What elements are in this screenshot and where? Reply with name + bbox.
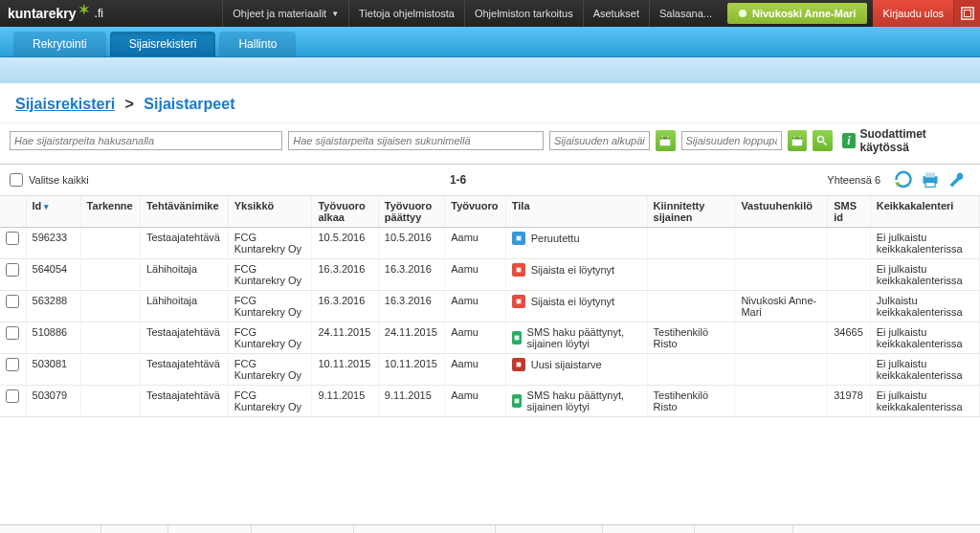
status-icon — [512, 331, 522, 344]
cell-paattyy: 10.11.2015 — [378, 354, 444, 386]
cell-vuoro: Aamu — [445, 386, 506, 417]
breadcrumb-root[interactable]: Sijaisrekisteri — [15, 96, 115, 112]
cell-vastuu — [735, 228, 828, 259]
settings-button[interactable] — [947, 170, 967, 189]
bottom-action-bar: Sijaistarpeen tiedot Kopioi Ota käsittel… — [0, 524, 980, 533]
cell-keikka: Ei julkaistu keikkakalenterissa — [870, 322, 979, 354]
subnav-strip — [0, 57, 980, 84]
cell-keikka: Julkaistu keikkakalenterissa — [870, 291, 979, 322]
chevron-down-icon: ▼ — [331, 10, 339, 18]
search-surname-input[interactable] — [288, 131, 544, 150]
col-id[interactable]: Id▾ — [26, 196, 80, 228]
table-row[interactable]: 563288LähihoitajaFCG Kuntarekry Oy16.3.2… — [0, 291, 980, 322]
print-button[interactable] — [921, 170, 940, 189]
table-row[interactable]: 596233TestaajatehtäväFCG Kuntarekry Oy10… — [0, 228, 980, 259]
col-paattyy[interactable]: Työvuoro päättyy — [378, 196, 444, 228]
menu-salasana[interactable]: Salasana... — [649, 0, 722, 27]
svg-rect-14 — [925, 173, 935, 178]
search-button[interactable] — [813, 130, 833, 151]
row-checkbox[interactable] — [6, 263, 19, 277]
col-keikka[interactable]: Keikkakalenteri — [870, 196, 979, 228]
search-row: i Suodattimet käytössä — [0, 122, 980, 165]
menu-asetukset[interactable]: Asetukset — [583, 0, 649, 27]
cell-kiinnitetty — [647, 354, 735, 386]
cell-tila: Uusi sijaistarve — [505, 354, 647, 386]
cell-paattyy: 24.11.2015 — [378, 322, 444, 354]
topbar: kuntarekry ✶ .fi Ohjeet ja materiaalit▼ … — [0, 0, 980, 27]
cell-id: 564054 — [26, 259, 80, 291]
cell-tarkenne — [80, 228, 140, 259]
table-row[interactable]: 510886TestaajatehtäväFCG Kuntarekry Oy24… — [0, 322, 980, 354]
col-alkaa[interactable]: Työvuoro alkaa — [312, 196, 378, 228]
fullscreen-button[interactable] — [953, 0, 980, 27]
status-icon — [512, 295, 525, 308]
action-muokkaa[interactable]: Muokkaa kiinnityksiä — [496, 525, 604, 533]
col-tila[interactable]: Tila — [505, 196, 647, 228]
status-icon — [512, 263, 525, 277]
cell-tehtava: Testaajatehtävä — [140, 386, 228, 417]
logout-button[interactable]: Kirjaudu ulos — [873, 0, 953, 27]
row-checkbox[interactable] — [6, 232, 19, 245]
row-checkbox[interactable] — [6, 358, 19, 371]
date-start-input[interactable] — [549, 131, 650, 150]
col-smsid[interactable]: SMS id — [828, 196, 870, 228]
row-checkbox[interactable] — [6, 326, 19, 340]
cell-tarkenne — [80, 354, 140, 386]
col-kiinnitetty[interactable]: Kiinnitetty sijainen — [647, 196, 735, 228]
svg-point-10 — [818, 137, 824, 143]
col-vastuu[interactable]: Vastuuhenkilö — [735, 196, 828, 228]
action-vapauta[interactable]: Vapauta kiinnitys — [603, 525, 695, 533]
svg-rect-17 — [516, 268, 521, 273]
refresh-icon — [894, 170, 913, 189]
action-ota[interactable]: Ota käsittelyyn — [168, 525, 252, 533]
cell-id: 503079 — [26, 386, 80, 417]
action-peruuta[interactable]: Peruuta sijaistarve — [695, 525, 793, 533]
svg-rect-18 — [516, 300, 521, 304]
svg-rect-20 — [516, 363, 521, 367]
row-checkbox[interactable] — [6, 389, 19, 403]
svg-rect-7 — [792, 137, 803, 139]
action-poista[interactable]: Poista sijaistarve — [793, 525, 884, 533]
menu-tietoja[interactable]: Tietoja ohjelmistosta — [348, 0, 464, 27]
table-row[interactable]: 503081TestaajatehtäväFCG Kuntarekry Oy10… — [0, 354, 980, 386]
tab-hallinto[interactable]: Hallinto — [219, 32, 296, 56]
logo-star-icon: ✶ — [78, 2, 90, 17]
cell-yksikko: FCG Kuntarekry Oy — [228, 259, 312, 291]
calendar-icon — [659, 135, 671, 146]
tab-sijaisrekisteri[interactable]: Sijaisrekisteri — [110, 32, 216, 56]
cell-keikka: Ei julkaistu keikkakalenterissa — [870, 386, 979, 417]
cell-tila: SMS haku päättynyt, sijainen löytyi — [505, 386, 647, 417]
user-box[interactable]: Nivukoski Anne-Mari — [727, 3, 867, 24]
action-kopioi[interactable]: Kopioi — [101, 525, 168, 533]
row-checkbox[interactable] — [6, 295, 19, 308]
cell-tehtava: Testaajatehtävä — [140, 322, 228, 354]
table-row[interactable]: 503079TestaajatehtäväFCG Kuntarekry Oy9.… — [0, 386, 980, 417]
date-start-picker-button[interactable] — [656, 130, 676, 151]
menu-ohjeet[interactable]: Ohjeet ja materiaalit▼ — [222, 0, 348, 27]
cell-tarkenne — [80, 291, 140, 322]
menu-tarkoitus[interactable]: Ohjelmiston tarkoitus — [464, 0, 583, 27]
tab-rekrytointi[interactable]: Rekrytointi — [13, 32, 106, 56]
col-tehtavanimike[interactable]: Tehtävänimike — [140, 196, 228, 228]
col-tarkenne[interactable]: Tarkenne — [80, 196, 140, 228]
date-end-picker-button[interactable] — [788, 130, 808, 151]
cell-sms — [828, 291, 870, 322]
refresh-button[interactable] — [894, 170, 913, 189]
svg-rect-0 — [961, 8, 972, 19]
breadcrumb-current: Sijaistarpeet — [144, 96, 234, 112]
filters-active-indicator[interactable]: i Suodattimet käytössä — [842, 127, 970, 154]
cell-kiinnitetty — [647, 291, 735, 322]
cell-tila: SMS haku päättynyt, sijainen löytyi — [505, 322, 647, 354]
table-row[interactable]: 564054LähihoitajaFCG Kuntarekry Oy16.3.2… — [0, 259, 980, 291]
col-yksikko[interactable]: Yksikkö — [228, 196, 312, 228]
action-tiedot[interactable]: Sijaistarpeen tiedot — [0, 525, 101, 533]
select-all-checkbox[interactable] — [10, 173, 23, 187]
search-keyword-input[interactable] — [10, 131, 282, 150]
action-muuta[interactable]: Muuta sopimustilaa — [252, 525, 354, 533]
date-end-input[interactable] — [681, 131, 782, 150]
action-hae[interactable]: Hae sijaista sijaistarpeeseen — [354, 525, 496, 533]
cell-alkaa: 10.11.2015 — [312, 354, 378, 386]
svg-rect-16 — [516, 236, 521, 241]
col-tyovuoro[interactable]: Työvuoro — [445, 196, 506, 228]
svg-rect-19 — [514, 336, 519, 341]
